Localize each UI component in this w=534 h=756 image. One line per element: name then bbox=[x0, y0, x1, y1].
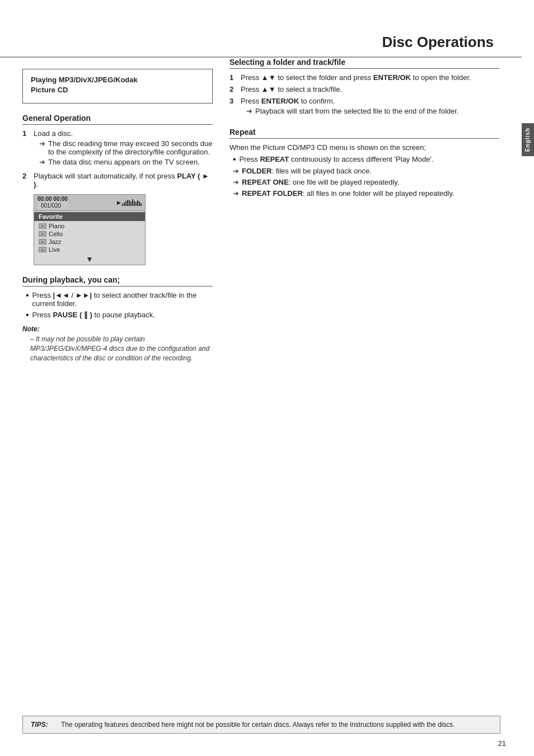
player-item-live: ▪ Live bbox=[34, 246, 145, 253]
tips-box: TIPS: The operating features described h… bbox=[22, 716, 500, 734]
select-step-3-arrow: ➜ Playback will start from the selected … bbox=[246, 107, 499, 115]
repeat-item-one: ➜ REPEAT ONE: one file will be played re… bbox=[233, 178, 499, 186]
playing-section-box: Playing MP3/DivX/JPEG/Kodak Picture CD bbox=[22, 69, 213, 104]
step-1-arrow-2: ➜ The data disc menu appears on the TV s… bbox=[39, 158, 213, 166]
repeat-intro: When the Picture CD/MP3 CD menu is shown… bbox=[229, 143, 499, 152]
player-item-piano: ▪ Piano bbox=[34, 222, 145, 230]
during-playback-header: During playback, you can; bbox=[22, 275, 213, 287]
main-content: Playing MP3/DivX/JPEG/Kodak Picture CD G… bbox=[0, 58, 522, 363]
select-steps-list: 1 Press ▲▼ to select the folder and pres… bbox=[229, 73, 499, 116]
repeat-item-dot: • Press REPEAT continuously to access di… bbox=[233, 155, 499, 164]
left-column: Playing MP3/DivX/JPEG/Kodak Picture CD G… bbox=[22, 58, 213, 363]
note-text: – It may not be possible to play certain… bbox=[30, 335, 213, 363]
page-number: 21 bbox=[498, 739, 506, 748]
note-label: Note: bbox=[22, 325, 213, 333]
player-mockup: 00:00 00:00 001/020 ▶ bbox=[34, 194, 146, 265]
player-folder-label: Favorite bbox=[34, 212, 145, 221]
select-step-1: 1 Press ▲▼ to select the folder and pres… bbox=[229, 73, 499, 82]
right-column: Selecting a folder and track/file 1 Pres… bbox=[229, 58, 499, 363]
repeat-item-folder2: ➜ REPEAT FOLDER: all files in one folder… bbox=[233, 189, 499, 198]
repeat-item-folder: ➜ FOLDER: files will be played back once… bbox=[233, 167, 499, 175]
during-item-2: • Press PAUSE ( ‖ ) to pause playback. bbox=[26, 311, 213, 320]
progress-bars bbox=[122, 199, 142, 206]
step-1-text: Load a disc. bbox=[34, 129, 73, 138]
player-item-cello: ▪ Cello bbox=[34, 230, 145, 238]
page-title-area: Disc Operations bbox=[0, 0, 522, 58]
item-icon: ▪ bbox=[39, 247, 46, 252]
repeat-header: Repeat bbox=[229, 128, 499, 139]
player-time-display: 00:00 00:00 001/020 bbox=[38, 196, 68, 209]
item-icon: ▪ bbox=[39, 239, 46, 245]
tips-text: The operating features described here mi… bbox=[61, 721, 455, 729]
player-top-bar: 00:00 00:00 001/020 ▶ bbox=[34, 195, 145, 211]
step-1-arrow-1: ➜ The disc reading time may exceed 30 se… bbox=[39, 139, 213, 156]
page-title: Disc Operations bbox=[382, 34, 494, 50]
player-item-jazz: ▪ Jazz bbox=[34, 238, 145, 246]
tips-label: TIPS: bbox=[31, 721, 53, 729]
playing-box-title: Playing MP3/DivX/JPEG/Kodak Picture CD bbox=[31, 75, 204, 95]
player-progress-area: ▶ bbox=[117, 199, 142, 206]
select-step-3: 3 Press ENTER/OK to confirm. ➜ Playback … bbox=[229, 97, 499, 116]
select-folder-header: Selecting a folder and track/file bbox=[229, 58, 499, 69]
play-icon: ▶ bbox=[117, 200, 121, 205]
player-scroll-down: ▼ bbox=[34, 253, 145, 265]
step-1: 1 Load a disc. ➜ The disc reading time m… bbox=[22, 129, 213, 167]
general-operation-header: General Operation bbox=[22, 114, 213, 125]
step-2-text: Playback will start automatically, if no… bbox=[34, 172, 209, 189]
select-step-2: 2 Press ▲▼ to select a track/file. bbox=[229, 85, 499, 93]
general-steps-list: 1 Load a disc. ➜ The disc reading time m… bbox=[22, 129, 213, 189]
item-icon: ▪ bbox=[39, 231, 46, 237]
step-2: 2 Playback will start automatically, if … bbox=[22, 172, 213, 189]
during-item-1: • Press |◄◄ / ►►| to select another trac… bbox=[26, 291, 213, 308]
item-icon: ▪ bbox=[39, 223, 46, 229]
language-tab: English bbox=[522, 123, 534, 156]
